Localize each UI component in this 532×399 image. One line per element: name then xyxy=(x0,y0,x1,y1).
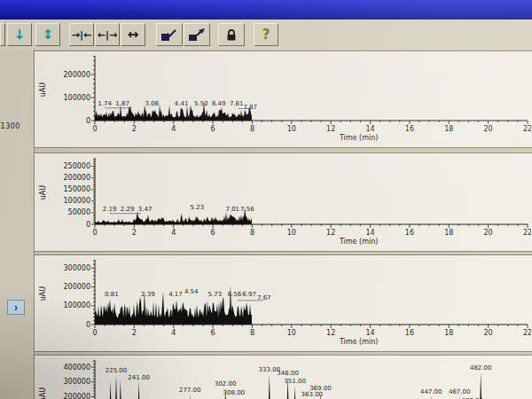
x-tick-label: 2 xyxy=(132,329,137,337)
x-tick-label: 10 xyxy=(287,229,296,237)
peak-label: 3.06 xyxy=(145,100,160,107)
peak-label: 7.61 xyxy=(230,100,244,107)
padlock-icon xyxy=(224,27,239,42)
x-tick-label: 6 xyxy=(211,329,215,337)
x-tick-label: 18 xyxy=(444,229,453,237)
left-right-arrow-icon: ↔ xyxy=(128,28,139,42)
y-tick-label: 400000 xyxy=(63,364,90,372)
x-tick-label: 14 xyxy=(365,125,374,133)
x-tick-label: 22 xyxy=(523,125,531,133)
y-tick-label: 200000 xyxy=(63,71,90,79)
y-tick-label: 300000 xyxy=(63,378,90,386)
peak-label: 5.50 xyxy=(194,100,208,107)
y-tick-label: 100000 xyxy=(63,94,90,102)
spectrum-peak xyxy=(114,375,117,399)
peak-label: 3.47 xyxy=(138,206,153,213)
y-axis-title: uAU xyxy=(39,387,47,399)
x-tick-label: 20 xyxy=(484,329,493,337)
expand-horizontal-icon: ←|→ xyxy=(98,30,117,40)
y-tick-label: 100000 xyxy=(63,197,90,205)
chromatogram-panel-3: 02468101214161820220100000200000300000uA… xyxy=(34,254,532,352)
peak-label: 6.56 xyxy=(228,291,242,298)
peak-label: 4.54 xyxy=(184,288,199,295)
peak-label: 2.19 xyxy=(103,206,117,213)
peak-label: 4.17 xyxy=(168,291,183,298)
x-tick-label: 16 xyxy=(405,229,414,237)
peak-label: 2.39 xyxy=(141,291,155,298)
peak-label: 6.97 xyxy=(242,291,256,298)
y-tick-label: 0 xyxy=(86,117,90,125)
x-tick-label: 22 xyxy=(523,329,531,337)
peak-label: 5.23 xyxy=(191,204,205,211)
x-tick-label: 12 xyxy=(326,125,335,133)
overlay-signals-button[interactable] xyxy=(156,23,183,46)
peak-label: 6.49 xyxy=(212,100,226,107)
spectrum-peak-label: 369.00 xyxy=(309,385,332,392)
compress-x-axis-button[interactable]: →|← xyxy=(69,23,94,46)
x-tick-label: 16 xyxy=(405,125,414,133)
y-tick-label: 200000 xyxy=(63,174,90,182)
application-window: ↓↕→|←←|→↔? 01300 › 024681012141618202201… xyxy=(0,0,532,399)
y-tick-label: 200000 xyxy=(63,393,90,399)
x-axis-title: Time (min) xyxy=(339,134,378,142)
spectrum-peak xyxy=(137,382,140,399)
chromatogram-plot: 0246810121416182022050000100000150000200… xyxy=(35,153,531,251)
x-tick-label: 10 xyxy=(287,329,296,337)
scale-down-arrow-button[interactable]: ↓ xyxy=(7,23,32,46)
x-tick-label: 4 xyxy=(171,329,176,337)
peak-label: 7.01 xyxy=(225,206,239,213)
spectrum-peak-label: 225.00 xyxy=(106,367,128,374)
chromatogram-plot: 02468101214161820220100000200000uAUTime … xyxy=(35,51,531,147)
x-tick-label: 6 xyxy=(211,125,215,133)
x-tick-label: 0 xyxy=(92,329,97,337)
x-tick-label: 8 xyxy=(250,125,254,133)
spectrum-peak-label: 277.00 xyxy=(179,387,201,394)
expand-x-axis-button[interactable]: ←|→ xyxy=(95,23,120,46)
x-tick-label: 2 xyxy=(132,125,137,133)
title-bar xyxy=(0,0,532,20)
x-axis-title: Time (min) xyxy=(339,238,378,246)
full-range-x-button[interactable]: ↔ xyxy=(121,23,145,46)
x-tick-label: 12 xyxy=(326,229,335,237)
separate-signals-button[interactable] xyxy=(184,23,210,46)
peak-label: 4.41 xyxy=(175,100,189,107)
autoscale-vertical-button[interactable]: ↕ xyxy=(35,23,60,46)
spectrum-peak xyxy=(293,386,296,399)
question-mark-icon: ? xyxy=(262,28,270,42)
x-tick-label: 2 xyxy=(132,229,137,237)
lock-button[interactable] xyxy=(218,23,245,46)
peak-label: 5.73 xyxy=(208,291,223,298)
spectrum-peak xyxy=(268,374,270,399)
spectrum-peak-label: 308.00 xyxy=(223,389,245,396)
help-button[interactable]: ? xyxy=(254,23,278,46)
chromatogram-panel-2: 0246810121416182022050000100000150000200… xyxy=(34,153,532,252)
y-axis-title: uAU xyxy=(39,286,47,301)
spectrum-peak-label: 482.00 xyxy=(470,364,492,372)
x-tick-label: 10 xyxy=(287,125,296,133)
left-margin-column: 01300 › xyxy=(0,50,35,399)
x-tick-label: 0 xyxy=(92,229,97,237)
y-tick-label: 150000 xyxy=(63,185,90,193)
x-tick-label: 20 xyxy=(484,229,493,237)
chromatogram-plot: 02468101214161820220100000200000300000uA… xyxy=(35,255,531,351)
spectrum-peak xyxy=(480,372,482,399)
spectrum-peak-label: 241.00 xyxy=(128,374,150,381)
peak-label: 7.67 xyxy=(257,294,271,301)
peak-label: 7.87 xyxy=(243,104,257,111)
chart-arrow-up-icon xyxy=(188,27,206,42)
expand-panel-button[interactable]: › xyxy=(7,300,25,315)
y-tick-label: 0 xyxy=(86,221,90,229)
peak-label: 7.56 xyxy=(240,206,254,213)
spectrum-panel: 0100000200000300000400000uAU225.00241.00… xyxy=(34,355,532,399)
spectrum-plot: 0100000200000300000400000uAU225.00241.00… xyxy=(35,356,531,399)
spectrum-peak-label: 467.00 xyxy=(449,388,471,395)
x-tick-label: 14 xyxy=(365,329,374,337)
y-tick-label: 300000 xyxy=(63,264,90,272)
toolbar: ↓↕→|←←|→↔? xyxy=(0,20,532,51)
clipped-edge-button[interactable] xyxy=(0,23,5,46)
down-arrow-icon: ↓ xyxy=(14,28,26,42)
x-axis-title: Time (min) xyxy=(339,338,378,346)
y-tick-label: 200000 xyxy=(63,283,90,291)
x-tick-label: 18 xyxy=(444,329,453,337)
x-tick-label: 18 xyxy=(444,125,453,133)
